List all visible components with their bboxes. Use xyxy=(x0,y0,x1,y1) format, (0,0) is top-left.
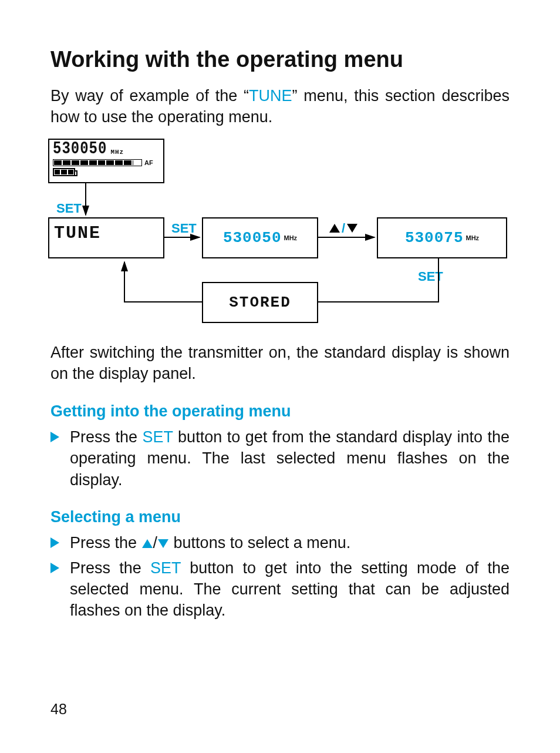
arrow-label-nav: / xyxy=(329,221,358,236)
set-keyword: SET xyxy=(143,428,173,446)
display-freq-a: 530050 MHz xyxy=(202,217,318,258)
display-freq-b-unit: MHz xyxy=(466,234,480,241)
down-icon xyxy=(158,539,168,548)
arrow-label-set-3: SET xyxy=(418,269,443,284)
bullet-icon xyxy=(50,563,59,573)
set-keyword: SET xyxy=(150,559,181,577)
down-icon xyxy=(347,224,357,233)
page-title: Working with the operating menu xyxy=(50,47,510,72)
step-2-1: Press the / buttons to select a menu. xyxy=(50,532,510,553)
display-freq-a-unit: MHz xyxy=(284,234,298,241)
display-standard-mhz: MHz xyxy=(110,149,124,156)
battery-icon xyxy=(53,168,75,176)
manual-page: Working with the operating menu By way o… xyxy=(0,0,560,753)
display-tune-text: TUNE xyxy=(54,223,101,243)
up-icon xyxy=(329,224,340,233)
page-number: 48 xyxy=(50,701,67,718)
display-standard-freq-value: 530050 xyxy=(53,139,107,157)
after-diagram-paragraph: After switching the transmitter on, the … xyxy=(50,342,510,385)
step-1-1: Press the SET button to get from the sta… xyxy=(50,426,510,490)
intro-tune: TUNE xyxy=(249,87,292,105)
display-tune: TUNE xyxy=(48,217,164,258)
step-2-2: Press the SET button to get into the set… xyxy=(50,557,510,621)
display-freq-a-value: 530050 xyxy=(223,229,282,247)
display-stored-text: STORED xyxy=(229,294,291,311)
arrow-label-set-2: SET xyxy=(171,221,197,236)
intro-paragraph: By way of example of the “TUNE” menu, th… xyxy=(50,85,510,128)
subhead-getting-into: Getting into the operating menu xyxy=(50,402,510,421)
display-standard-freq: 530050 MHz xyxy=(53,142,160,158)
display-freq-b: 530075 MHz xyxy=(377,217,507,258)
step-2-1-text: Press the / buttons to select a menu. xyxy=(70,532,510,553)
up-icon xyxy=(142,539,153,548)
display-stored: STORED xyxy=(202,282,318,323)
bullet-icon xyxy=(50,432,59,442)
intro-pre: By way of example of the “ xyxy=(50,87,249,105)
af-label: AF xyxy=(144,159,153,166)
step-1-1-text: Press the SET button to get from the sta… xyxy=(70,426,510,490)
display-freq-b-value: 530075 xyxy=(405,229,464,247)
display-af-row: AF xyxy=(53,159,160,166)
menu-diagram: 530050 MHz AF TUNE 530050 MHz 530075 xyxy=(48,139,507,327)
subhead-selecting: Selecting a menu xyxy=(50,508,510,526)
af-bar xyxy=(53,159,142,166)
arrow-label-set-1: SET xyxy=(56,201,82,216)
step-2-2-text: Press the SET button to get into the set… xyxy=(70,557,510,621)
bullet-icon xyxy=(50,537,59,548)
battery-row xyxy=(53,168,160,176)
display-standard: 530050 MHz AF xyxy=(48,139,164,183)
